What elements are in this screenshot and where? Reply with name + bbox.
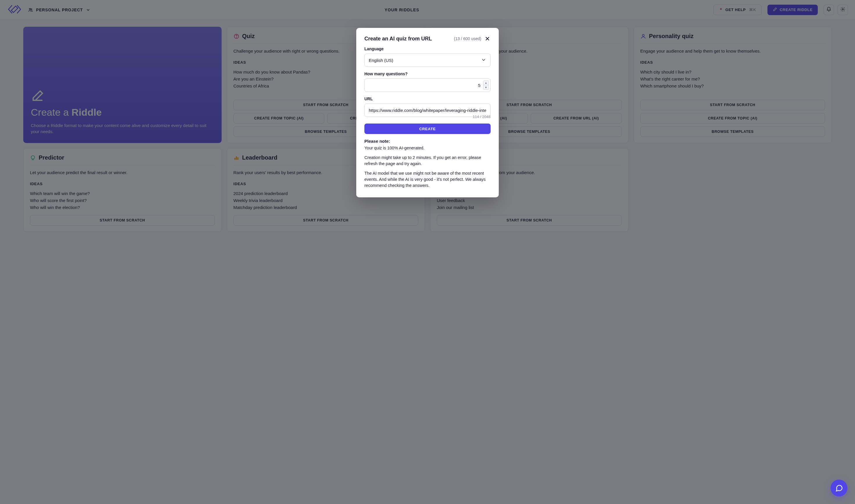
questions-label: How many questions? xyxy=(364,72,491,76)
close-icon xyxy=(484,35,491,42)
modal-title: Create an AI quiz from URL xyxy=(364,36,432,42)
language-label: Language xyxy=(364,47,491,51)
note-line: Your quiz is 100% AI-generated. xyxy=(364,145,491,151)
questions-input[interactable] xyxy=(364,78,491,92)
close-button[interactable] xyxy=(484,35,491,42)
questions-field: How many questions? ▲ ▼ xyxy=(364,72,491,92)
number-spinner: ▲ ▼ xyxy=(483,80,489,90)
language-value: English (US) xyxy=(369,58,393,63)
url-char-counter: 114 / 2048 xyxy=(364,114,491,119)
note-heading: Please note: xyxy=(364,139,390,144)
url-label: URL xyxy=(364,96,491,101)
step-up-button[interactable]: ▲ xyxy=(483,81,489,85)
usage-counter: (13 / 600 used) xyxy=(454,36,481,41)
modal-overlay[interactable]: Create an AI quiz from URL (13 / 600 use… xyxy=(0,0,855,239)
language-select[interactable]: English (US) xyxy=(364,53,491,67)
note-line: The AI model that we use might not be aw… xyxy=(364,170,491,188)
note-block: Please note: Your quiz is 100% AI-genera… xyxy=(364,139,491,188)
step-down-button[interactable]: ▼ xyxy=(483,85,489,90)
language-field: Language English (US) xyxy=(364,47,491,67)
create-button[interactable]: CREATE xyxy=(364,124,491,134)
chevron-down-icon xyxy=(481,57,486,64)
create-ai-quiz-modal: Create an AI quiz from URL (13 / 600 use… xyxy=(356,28,499,197)
note-line: Creation might take up to 2 minutes. If … xyxy=(364,155,491,167)
url-field: URL 114 / 2048 xyxy=(364,96,491,119)
